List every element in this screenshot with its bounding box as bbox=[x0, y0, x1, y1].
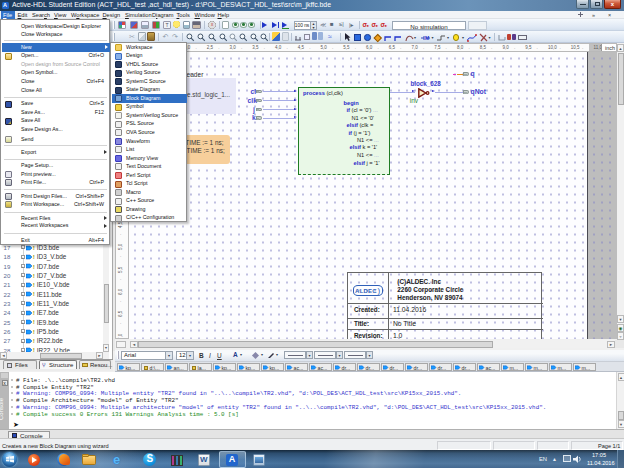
svg-text:M: M bbox=[425, 35, 429, 41]
